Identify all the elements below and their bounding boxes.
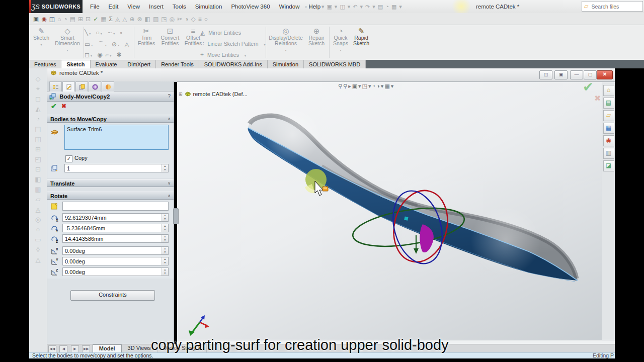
feature-tool-icon[interactable]: ▭	[29, 236, 47, 243]
quick-access-icon[interactable]: ▾	[309, 4, 314, 10]
quick-access-icon[interactable]: ▾	[335, 4, 339, 10]
nav-last-button[interactable]: ▶▶	[82, 345, 90, 353]
feature-tool-icon[interactable]: ◧	[29, 175, 47, 183]
menu-photoview[interactable]: PhotoView 360	[226, 0, 274, 13]
tab-dimxpert[interactable]: DimXpert	[122, 60, 156, 68]
tab-sketch[interactable]: Sketch	[61, 60, 90, 68]
feature-tool-icon[interactable]: ⊞	[29, 145, 47, 153]
toolbar-icon[interactable]: ◇	[191, 16, 198, 23]
toolbar-icon[interactable]: ◉	[41, 16, 49, 23]
feature-tool-icon[interactable]: ◇	[29, 75, 47, 82]
feature-tool-icon[interactable]: ○	[29, 226, 47, 233]
display-delete-relations-button[interactable]: ◎ Display/Delete Relations ▾	[268, 28, 304, 53]
number-of-copies-field[interactable]: 1 ▴▾	[64, 164, 169, 172]
chamfer-tool-icon[interactable]: ⌐	[105, 51, 109, 58]
toolbar-icon[interactable]: ✂	[177, 16, 185, 23]
view-tool-icon[interactable]: ▦	[384, 83, 390, 89]
star-tool-icon[interactable]: ✱	[117, 51, 122, 58]
tab-features[interactable]: Features	[29, 60, 61, 68]
search-box[interactable]: ▱	[582, 1, 643, 12]
quick-access-icon[interactable]: ▾	[321, 4, 326, 10]
expand-chevron-icon[interactable]: ∨	[168, 179, 171, 188]
quick-snaps-button[interactable]: ◔ Quick Snaps ▾	[331, 28, 350, 53]
restore-button[interactable]: ▢	[584, 70, 597, 79]
dropdown-caret-icon[interactable]: ▾	[331, 48, 350, 53]
spinner[interactable]: ▴▾	[162, 164, 168, 172]
toolbar-icon[interactable]: ◎	[170, 16, 177, 23]
repair-sketch-button[interactable]: ⊕ Repair Sketch	[305, 28, 328, 46]
trim-entities-button[interactable]: ✂ Trim Entities	[136, 28, 157, 46]
quick-access-icon[interactable]: ▦	[391, 4, 398, 10]
fillet-tool-icon[interactable]: ◬	[124, 41, 129, 48]
toolbar-icon[interactable]: ◑	[185, 16, 191, 23]
toolbar-icon[interactable]: △	[122, 16, 129, 23]
feature-tool-icon[interactable]: ⌖	[29, 85, 47, 93]
spinner[interactable]: ▴▾	[162, 214, 168, 221]
toolbar-icon[interactable]: ≡	[198, 16, 204, 23]
view-tool-icon[interactable]: ▾	[358, 83, 362, 89]
toolbar-icon[interactable]: ⊡	[86, 16, 93, 23]
feature-tool-icon[interactable]: ▤	[29, 125, 47, 133]
quick-access-icon[interactable]: ▱	[314, 4, 320, 10]
spinner[interactable]: ▴▾	[162, 268, 168, 276]
view-tool-icon[interactable]: ◑	[376, 83, 381, 89]
toolbar-icon[interactable]: ⊗	[137, 16, 145, 23]
line-tool-icon[interactable]: ╲	[85, 29, 88, 36]
toolbar-icon[interactable]: ◔	[63, 16, 69, 23]
document-tab[interactable]: remote CADtek *	[50, 70, 103, 76]
translate-y-field[interactable]: -5.23646845mm ▴▾	[62, 224, 169, 232]
help-icon[interactable]: ?	[168, 92, 171, 102]
view-tool-icon[interactable]: ▸	[348, 83, 352, 89]
model-3d-view[interactable]	[177, 81, 615, 340]
view-tool-icon[interactable]: ▣	[352, 83, 358, 89]
sketch-button[interactable]: ✎ Sketch ▾	[31, 28, 51, 48]
ellipse-tool-icon[interactable]: ⊘	[112, 41, 117, 48]
feature-manager-tab[interactable]	[49, 81, 62, 92]
tab-evaluate[interactable]: Evaluate	[91, 60, 123, 68]
slot-tool-icon[interactable]: ◻	[85, 51, 90, 58]
pane-layout-button[interactable]: ▣	[554, 70, 568, 79]
move-entities-button[interactable]: + Move Entities ▾	[200, 51, 265, 58]
tab-render-tools[interactable]: Render Tools	[156, 60, 199, 68]
quick-access-icon[interactable]: ◫	[340, 4, 346, 10]
tab-solidworks-addins[interactable]: SOLIDWORKS Add-Ins	[199, 60, 268, 68]
convert-entities-button[interactable]: ⊡ Convert Entities	[158, 28, 182, 46]
toolbar-icon[interactable]: ▦	[101, 16, 109, 23]
spline-tool-icon[interactable]: ∼	[107, 29, 112, 36]
spinner[interactable]: ▴▾	[162, 224, 168, 232]
toolbar-icon[interactable]: ◧	[145, 16, 153, 23]
spinner[interactable]: ▴▾	[162, 257, 168, 265]
menu-simulation[interactable]: Simulation	[191, 0, 227, 13]
tab-model[interactable]: Model	[93, 344, 122, 353]
view-tool-icon[interactable]: ⚲	[343, 83, 348, 89]
quick-access-icon[interactable]: ▾	[372, 4, 377, 10]
dimxpert-manager-tab[interactable]	[89, 81, 101, 92]
rotate-section-header[interactable]: Rotate ∧	[47, 192, 174, 200]
tab-simulation[interactable]: Simulation	[268, 60, 304, 68]
toolbar-icon[interactable]: ▣	[33, 16, 41, 23]
menu-insert[interactable]: Insert	[144, 0, 168, 13]
menu-window[interactable]: Window	[275, 0, 304, 13]
quick-access-icon[interactable]: ◔	[385, 4, 390, 10]
quick-access-icon[interactable]: ↷	[365, 4, 371, 10]
rectangle-tool-icon[interactable]: ▭	[85, 41, 90, 48]
close-button[interactable]: ✕	[597, 70, 613, 79]
view-tool-icon[interactable]: ◔	[372, 83, 377, 89]
nav-prev-button[interactable]: ◀	[59, 345, 67, 353]
nav-first-button[interactable]: ◀◀	[48, 345, 56, 353]
toolbar-icon[interactable]: ▤	[70, 16, 78, 23]
copy-checkbox-label[interactable]: Copy	[74, 155, 88, 161]
menu-edit[interactable]: Edit	[104, 0, 123, 13]
tree-expand-icon[interactable]: ⊞	[179, 92, 183, 97]
quick-access-icon[interactable]: ▾	[360, 4, 365, 10]
smart-dimension-button[interactable]: ◇ Smart Dimension ▾	[52, 28, 83, 53]
quick-access-icon[interactable]: ▣	[327, 4, 333, 10]
panel-splitter-handle[interactable]	[173, 208, 179, 224]
linear-sketch-pattern-button[interactable]: ∷ Linear Sketch Pattern ▾	[200, 40, 265, 47]
nav-next-button[interactable]: ▶	[71, 345, 79, 353]
pane-toggle-button[interactable]: ◫	[539, 70, 552, 79]
angle-y-field[interactable]: 0.00deg ▴▾	[62, 257, 169, 265]
spinner[interactable]: ▴▾	[162, 247, 168, 254]
quick-access-icon[interactable]: ▾	[348, 4, 352, 10]
view-tool-icon[interactable]: ▾	[391, 83, 395, 89]
